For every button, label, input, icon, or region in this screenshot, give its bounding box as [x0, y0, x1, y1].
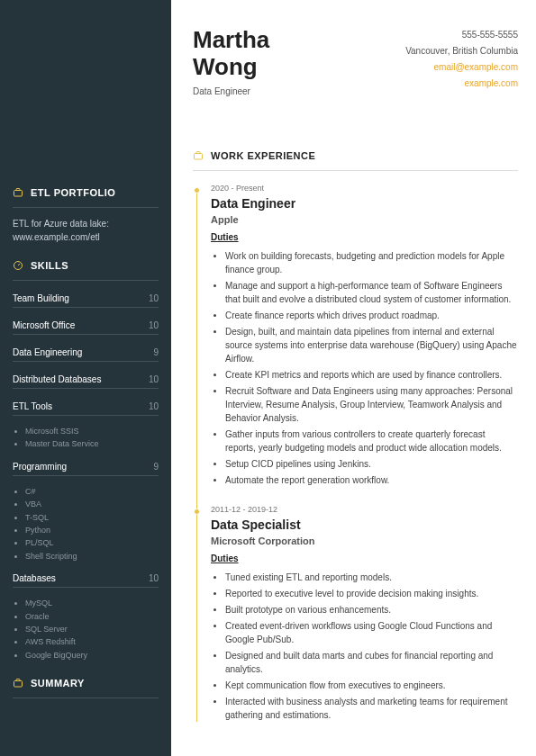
briefcase-icon — [193, 150, 204, 161]
briefcase-icon — [13, 187, 23, 198]
duty-item: Designed and built data marts and cubes … — [225, 649, 518, 676]
briefcase-icon — [13, 678, 23, 688]
svg-rect-0 — [14, 191, 23, 197]
job-entry: 2020 - Present Data Engineer Apple Dutie… — [211, 184, 518, 487]
skill-score: 10 — [149, 293, 159, 303]
skill-score: 10 — [149, 401, 159, 411]
duty-item: Built prototype on various enhancements. — [225, 603, 518, 616]
job-company: Apple — [211, 214, 518, 225]
skill-name: Microsoft Office — [13, 320, 75, 330]
last-name: Wong — [193, 54, 269, 81]
skill-score: 9 — [153, 347, 159, 357]
job-company: Microsoft Corporation — [211, 536, 518, 546]
dashed-divider — [13, 587, 159, 588]
divider — [13, 207, 159, 208]
work-experience-heading-text: WORK EXPERIENCE — [211, 150, 315, 161]
skill-score: 10 — [149, 573, 159, 583]
duty-item: Design, built, and maintain data pipelin… — [225, 325, 518, 365]
duty-item: Work on building forecasts, budgeting an… — [225, 249, 518, 276]
skills-heading-text: SKILLS — [31, 260, 68, 271]
divider — [13, 698, 159, 698]
duty-item: Create KPI metrics and reports which are… — [225, 368, 518, 382]
skill-name: Databases — [13, 573, 56, 583]
skill-row: Distributed Databases 10 — [13, 371, 159, 386]
skill-subitem: Master Data Service — [25, 437, 159, 450]
duty-item: Reported to executive level to provide d… — [225, 587, 518, 600]
skill-subitem: Python — [25, 524, 159, 536]
skill-subitem: Oracle — [25, 610, 159, 623]
duties-list: Tuned existing ETL and reporting models.… — [211, 571, 518, 722]
portfolio-line-1: ETL for Azure data lake: — [13, 217, 159, 230]
main-content: Martha Wong Data Engineer 555-555-5555 V… — [171, 0, 536, 756]
website-link[interactable]: example.com — [405, 76, 518, 92]
first-name: Martha — [193, 27, 269, 54]
duties-list: Work on building forecasts, budgeting an… — [211, 249, 518, 487]
portfolio-heading: ETL PORTFOLIO — [13, 187, 159, 198]
summary-heading-text: SUMMARY — [31, 678, 85, 688]
dashed-divider — [13, 415, 159, 416]
portfolio-heading-text: ETL PORTFOLIO — [31, 187, 115, 198]
duty-item: Created event-driven workflows using Goo… — [225, 619, 518, 646]
job-period: 2011-12 - 2019-12 — [211, 505, 518, 514]
skill-row: ETL Tools 10 — [13, 398, 159, 413]
phone: 555-555-5555 — [405, 27, 518, 43]
skill-score: 10 — [149, 374, 159, 384]
skill-name: ETL Tools — [13, 401, 52, 411]
skill-row: Databases 10 — [13, 570, 159, 585]
sidebar: ETL PORTFOLIO ETL for Azure data lake: w… — [0, 0, 171, 756]
duty-item: Manage and support a high-performance te… — [225, 279, 518, 306]
location: Vancouver, British Columbia — [405, 43, 518, 59]
skills-list: Team Building 10 Microsoft Office 10 Dat… — [13, 290, 159, 662]
divider — [193, 170, 518, 171]
skill-subitem: VBA — [25, 498, 159, 510]
contact-block: 555-555-5555 Vancouver, British Columbia… — [405, 27, 518, 96]
dashed-divider — [13, 388, 159, 389]
skill-score: 9 — [153, 462, 159, 472]
skill-subitem: MySQL — [25, 597, 159, 609]
duty-item: Interacted with business analysts and ma… — [225, 695, 518, 722]
job-title: Data Engineer — [193, 86, 269, 96]
skill-subitem: Google BigQuery — [25, 649, 159, 662]
dashed-divider — [13, 475, 159, 476]
job-role: Data Specialist — [211, 518, 518, 532]
svg-rect-3 — [195, 153, 203, 159]
skill-subitem: SQL Server — [25, 623, 159, 635]
work-experience-heading: WORK EXPERIENCE — [193, 150, 518, 161]
name-block: Martha Wong Data Engineer — [193, 27, 269, 96]
email-link[interactable]: email@example.com — [405, 59, 518, 76]
skill-row: Team Building 10 — [13, 290, 159, 305]
divider — [13, 280, 159, 281]
timeline: 2020 - Present Data Engineer Apple Dutie… — [193, 184, 518, 722]
header: Martha Wong Data Engineer 555-555-5555 V… — [193, 27, 518, 96]
skill-sublist: MySQLOracleSQL ServerAWS RedshiftGoogle … — [13, 597, 159, 662]
skill-subitem: T-SQL — [25, 511, 159, 524]
dashed-divider — [13, 307, 159, 308]
summary-heading: SUMMARY — [13, 678, 159, 688]
skill-sublist: Microsoft SSISMaster Data Service — [13, 425, 159, 451]
skills-heading: SKILLS — [13, 260, 159, 271]
gauge-icon — [13, 260, 23, 271]
skill-name: Distributed Databases — [13, 374, 101, 384]
skill-name: Programming — [13, 462, 67, 472]
skill-row: Data Engineering 9 — [13, 344, 159, 359]
skill-sublist: C#VBAT-SQLPythonPL/SQLShell Scripting — [13, 485, 159, 562]
skill-name: Data Engineering — [13, 347, 82, 357]
skill-subitem: AWS Redshift — [25, 635, 159, 648]
skill-subitem: Microsoft SSIS — [25, 425, 159, 437]
duty-item: Tuned existing ETL and reporting models. — [225, 571, 518, 584]
duty-item: Kept communication flow from executives … — [225, 679, 518, 692]
skill-subitem: Shell Scripting — [25, 550, 159, 562]
skill-subitem: C# — [25, 485, 159, 498]
sidebar-spacer — [13, 0, 159, 171]
svg-rect-2 — [14, 681, 23, 688]
portfolio-link[interactable]: www.example.com/etl — [13, 230, 159, 244]
duties-label: Duties — [211, 232, 518, 242]
skill-subitem: PL/SQL — [25, 536, 159, 549]
skill-row: Microsoft Office 10 — [13, 317, 159, 332]
duty-item: Setup CICD pipelines using Jenkins. — [225, 457, 518, 471]
duties-label: Duties — [211, 554, 518, 563]
job-entry: 2011-12 - 2019-12 Data Specialist Micros… — [211, 505, 518, 722]
duty-item: Automate the report generation workflow. — [225, 473, 518, 487]
duty-item: Gather inputs from various controllers t… — [225, 428, 518, 454]
duty-item: Recruit Software and Data Engineers usin… — [225, 384, 518, 425]
